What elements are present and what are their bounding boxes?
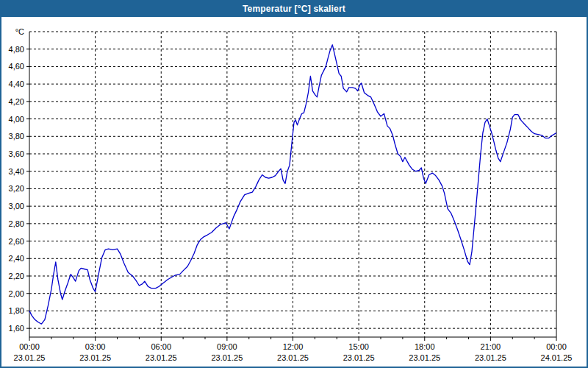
y-axis-label: 4,00 — [9, 115, 24, 124]
x-axis-label-time: 12:00 — [283, 342, 304, 351]
y-axis-label: 1,80 — [9, 306, 24, 315]
x-axis-label-time: 06:00 — [151, 342, 171, 351]
window-titlebar[interactable]: Temperatur [°C] skaliert — [0, 0, 588, 17]
y-axis-label: 3,40 — [9, 167, 24, 176]
x-axis-label-time: 15:00 — [348, 342, 369, 351]
y-axis-label: 4,40 — [9, 79, 24, 88]
y-axis-label: 3,60 — [9, 149, 24, 158]
y-axis-label: 2,40 — [9, 254, 24, 263]
x-axis-label-date: 23.01.25 — [475, 353, 506, 362]
window-border-left — [0, 17, 1, 368]
x-axis-label-date: 23.01.25 — [277, 353, 309, 362]
y-axis-label: 2,20 — [9, 272, 24, 280]
y-axis-label: 4,80 — [9, 45, 24, 54]
y-axis-label: 1,60 — [9, 324, 24, 333]
y-unit-label: °C — [15, 27, 24, 36]
y-axis-label: 2,00 — [9, 289, 24, 298]
x-axis-label-time: 00:00 — [19, 342, 40, 351]
app-window: Temperatur [°C] skaliert 1,601,802,002,2… — [0, 0, 588, 368]
temperature-chart: 1,601,802,002,202,402,602,803,003,203,40… — [0, 0, 588, 368]
y-axis-label: 2,80 — [9, 219, 24, 228]
x-axis-label-date: 23.01.25 — [79, 353, 111, 362]
y-axis-label: 3,00 — [9, 202, 24, 210]
y-axis-label: 4,20 — [9, 97, 24, 106]
x-axis-label-date: 23.01.25 — [343, 353, 375, 362]
x-axis-label-time: 21:00 — [481, 342, 501, 351]
x-axis-label-time: 03:00 — [85, 342, 106, 351]
x-axis-label-time: 18:00 — [415, 342, 435, 351]
y-axis-label: 3,20 — [9, 184, 24, 193]
x-axis-label-date: 23.01.25 — [211, 353, 243, 362]
x-axis-label-date: 23.01.25 — [146, 353, 177, 362]
x-axis-label-time: 09:00 — [217, 342, 237, 351]
y-axis-label: 2,60 — [9, 237, 24, 246]
chart-svg: 1,601,802,002,202,402,602,803,003,203,40… — [0, 0, 588, 368]
y-axis-label: 3,80 — [9, 132, 24, 141]
x-axis-label-date: 23.01.25 — [409, 353, 440, 362]
x-axis-label-date: 24.01.25 — [541, 353, 573, 362]
x-axis-label-date: 23.01.25 — [14, 353, 46, 362]
window-title: Temperatur [°C] skaliert — [243, 4, 345, 14]
x-axis-label-time: 00:00 — [546, 342, 567, 351]
y-axis-label: 4,60 — [9, 62, 24, 71]
